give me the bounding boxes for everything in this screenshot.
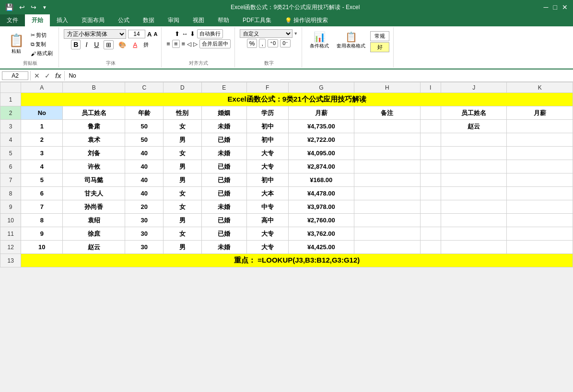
cell-d8[interactable]: 女 bbox=[164, 187, 202, 200]
formula-highlight-cell[interactable]: 重点： =LOOKUP(J3,B3:B12,G3:G12) bbox=[21, 254, 573, 267]
cell-h6[interactable] bbox=[354, 160, 420, 173]
cell-h12[interactable] bbox=[354, 241, 420, 254]
col-k-header[interactable]: K bbox=[507, 82, 573, 93]
fill-color-button[interactable]: 🎨 bbox=[117, 41, 128, 49]
col-gender-header[interactable]: 性别 bbox=[164, 106, 202, 120]
cell-a3[interactable]: 1 bbox=[21, 120, 63, 133]
cell-a6[interactable]: 4 bbox=[21, 160, 63, 173]
col-remark-header[interactable]: 备注 bbox=[354, 106, 420, 120]
customize-qa-icon[interactable]: ▼ bbox=[41, 4, 48, 11]
cell-g9[interactable]: ¥3,978.00 bbox=[288, 200, 354, 214]
cell-h8[interactable] bbox=[354, 187, 420, 200]
cell-c10[interactable]: 30 bbox=[125, 214, 164, 227]
align-middle-icon[interactable]: ↔ bbox=[182, 30, 188, 37]
number-format-expand[interactable]: ▼ bbox=[293, 31, 298, 36]
cell-j3[interactable]: 赵云 bbox=[441, 120, 506, 133]
col-no-header[interactable]: No bbox=[21, 106, 63, 120]
decrease-decimal-button[interactable]: 0⁻ bbox=[280, 39, 291, 47]
cell-c7[interactable]: 40 bbox=[125, 173, 164, 187]
cell-e4[interactable]: 已婚 bbox=[201, 133, 246, 147]
cell-e3[interactable]: 未婚 bbox=[201, 120, 246, 133]
insert-function-icon[interactable]: fx bbox=[54, 72, 62, 80]
tab-help[interactable]: 帮助 bbox=[211, 14, 236, 26]
cell-d11[interactable]: 女 bbox=[164, 227, 202, 241]
col-d-header[interactable]: D bbox=[164, 82, 202, 93]
cell-g4[interactable]: ¥2,722.00 bbox=[288, 133, 354, 147]
conditional-format-button[interactable]: 📊 条件格式 bbox=[307, 29, 332, 51]
cell-a11[interactable]: 9 bbox=[21, 227, 63, 241]
col-g-header[interactable]: G bbox=[288, 82, 354, 93]
col-age-header[interactable]: 年龄 bbox=[125, 106, 164, 120]
tab-search[interactable]: 💡 操作说明搜索 bbox=[278, 14, 335, 26]
cell-k5[interactable] bbox=[507, 147, 573, 160]
cell-d3[interactable]: 女 bbox=[164, 120, 202, 133]
cell-k6[interactable] bbox=[507, 160, 573, 173]
cell-c3[interactable]: 50 bbox=[125, 120, 164, 133]
cell-h9[interactable] bbox=[354, 200, 420, 214]
font-color-button[interactable]: A bbox=[131, 41, 139, 49]
cell-b6[interactable]: 许攸 bbox=[63, 160, 125, 173]
decrease-font-icon[interactable]: A bbox=[153, 31, 157, 37]
cell-j12[interactable] bbox=[441, 241, 506, 254]
cell-f7[interactable]: 初中 bbox=[246, 173, 288, 187]
cell-h4[interactable] bbox=[354, 133, 420, 147]
cell-g3[interactable]: ¥4,735.00 bbox=[288, 120, 354, 133]
cell-a5[interactable]: 3 bbox=[21, 147, 63, 160]
cell-k12[interactable] bbox=[507, 241, 573, 254]
cell-f5[interactable]: 大专 bbox=[246, 147, 288, 160]
cancel-formula-icon[interactable]: ✕ bbox=[33, 72, 41, 80]
col-e-header[interactable]: E bbox=[201, 82, 246, 93]
cell-f11[interactable]: 大专 bbox=[246, 227, 288, 241]
minimize-icon[interactable]: ─ bbox=[542, 3, 550, 12]
col-h-header[interactable]: H bbox=[354, 82, 420, 93]
cell-b9[interactable]: 孙尚香 bbox=[63, 200, 125, 214]
cell-g6[interactable]: ¥2,874.00 bbox=[288, 160, 354, 173]
cell-k10[interactable] bbox=[507, 214, 573, 227]
cell-h3[interactable] bbox=[354, 120, 420, 133]
cell-e5[interactable]: 未婚 bbox=[201, 147, 246, 160]
redo-icon[interactable]: ↪ bbox=[29, 3, 38, 12]
cell-k4[interactable] bbox=[507, 133, 573, 147]
cell-j7[interactable] bbox=[441, 173, 506, 187]
cell-h11[interactable] bbox=[354, 227, 420, 241]
cell-j6[interactable] bbox=[441, 160, 506, 173]
cell-c8[interactable]: 40 bbox=[125, 187, 164, 200]
cell-d12[interactable]: 男 bbox=[164, 241, 202, 254]
cell-a9[interactable]: 7 bbox=[21, 200, 63, 214]
tab-insert[interactable]: 插入 bbox=[50, 14, 75, 26]
cut-button[interactable]: ✂ 剪切 bbox=[29, 31, 55, 39]
italic-button[interactable]: I bbox=[83, 40, 89, 49]
cell-d6[interactable]: 男 bbox=[164, 160, 202, 173]
cell-i11[interactable] bbox=[420, 227, 441, 241]
copy-button[interactable]: ⧉ 复制 bbox=[29, 40, 55, 48]
cell-i12[interactable] bbox=[420, 241, 441, 254]
col-name-header[interactable]: 员工姓名 bbox=[63, 106, 125, 120]
cell-k7[interactable] bbox=[507, 173, 573, 187]
cell-e10[interactable]: 已婚 bbox=[201, 214, 246, 227]
tab-home[interactable]: 开始 bbox=[25, 14, 50, 26]
cell-f9[interactable]: 中专 bbox=[246, 200, 288, 214]
cell-a8[interactable]: 6 bbox=[21, 187, 63, 200]
col-salary-header[interactable]: 月薪 bbox=[288, 106, 354, 120]
increase-decimal-button[interactable]: ⁺0 bbox=[268, 39, 278, 47]
cell-k8[interactable] bbox=[507, 187, 573, 200]
close-icon[interactable]: ✕ bbox=[561, 3, 569, 12]
restore-icon[interactable]: □ bbox=[552, 3, 559, 12]
cell-f6[interactable]: 大专 bbox=[246, 160, 288, 173]
cell-k3[interactable] bbox=[507, 120, 573, 133]
decrease-indent-icon[interactable]: ◁ bbox=[187, 41, 191, 47]
cell-b3[interactable]: 鲁肃 bbox=[63, 120, 125, 133]
cell-b5[interactable]: 刘备 bbox=[63, 147, 125, 160]
cell-k11[interactable] bbox=[507, 227, 573, 241]
wrap-text-button[interactable]: 自动换行 bbox=[197, 29, 223, 38]
tab-file[interactable]: 文件 bbox=[0, 14, 25, 26]
cell-g12[interactable]: ¥4,425.00 bbox=[288, 241, 354, 254]
cell-a12[interactable]: 10 bbox=[21, 241, 63, 254]
cell-d4[interactable]: 男 bbox=[164, 133, 202, 147]
font-name-select[interactable]: 方正小标宋简体 bbox=[64, 29, 126, 39]
cell-b8[interactable]: 甘夫人 bbox=[63, 187, 125, 200]
cell-j9[interactable] bbox=[441, 200, 506, 214]
col-i-header[interactable]: I bbox=[420, 82, 441, 93]
undo-icon[interactable]: ↩ bbox=[18, 3, 26, 12]
cell-e11[interactable]: 已婚 bbox=[201, 227, 246, 241]
